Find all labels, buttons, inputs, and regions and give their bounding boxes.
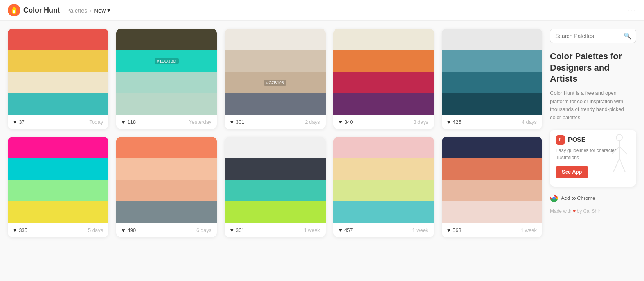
color-swatch <box>442 50 542 72</box>
like-area[interactable]: ♥490 <box>122 227 136 233</box>
color-swatch <box>442 137 542 158</box>
search-bar[interactable]: 🔍 <box>550 29 636 43</box>
like-area[interactable]: ♥563 <box>447 227 461 233</box>
color-swatch <box>8 137 108 158</box>
time-label: 4 days <box>522 119 537 125</box>
palette-colors: #1DD3BD <box>116 29 217 115</box>
like-count: 425 <box>453 119 461 125</box>
nav-current-label: New <box>94 7 106 14</box>
like-area[interactable]: ♥361 <box>230 227 244 233</box>
see-app-button[interactable]: See App <box>556 166 588 178</box>
svg-line-5 <box>613 158 619 172</box>
time-label: 5 days <box>88 227 103 233</box>
svg-line-6 <box>619 158 625 172</box>
nav-current-dropdown[interactable]: New ▾ <box>94 7 110 14</box>
like-count: 301 <box>236 119 245 125</box>
like-area[interactable]: ♥301 <box>230 119 244 125</box>
chrome-icon <box>550 194 558 202</box>
color-swatch <box>225 158 325 180</box>
color-swatch <box>442 93 542 115</box>
color-swatch <box>333 180 434 201</box>
like-area[interactable]: ♥118 <box>122 119 136 125</box>
color-swatch <box>8 93 108 115</box>
like-count: 37 <box>19 119 24 125</box>
color-swatch <box>442 201 542 223</box>
palette-colors <box>116 137 217 223</box>
like-count: 118 <box>128 119 136 125</box>
time-label: 1 week <box>304 227 320 233</box>
palette-card[interactable]: ♥4254 days <box>442 29 542 129</box>
main-layout: ♥37Today#1DD3BD♥118Yesterday#C7B198♥3012… <box>0 21 644 245</box>
time-label: 1 week <box>412 227 428 233</box>
palette-colors <box>442 29 542 115</box>
heart-icon: ♥ <box>13 227 16 233</box>
logo-area[interactable]: Color Hunt <box>8 4 60 16</box>
heart-icon: ♥ <box>447 227 450 233</box>
made-with: Made with ♥ by Gal Shir <box>550 208 636 214</box>
color-swatch <box>333 29 434 50</box>
search-input[interactable] <box>555 33 624 39</box>
time-label: 2 days <box>305 119 320 125</box>
hex-label: #C7B198 <box>264 80 286 86</box>
palette-card[interactable]: ♥3611 week <box>225 137 325 237</box>
palette-footer: ♥3012 days <box>225 115 325 129</box>
chrome-add-link[interactable]: Add to Chrome <box>561 195 595 201</box>
time-label: 1 week <box>521 227 537 233</box>
breadcrumb-chevron: › <box>90 7 92 14</box>
nav-breadcrumb: Palettes › New ▾ <box>66 7 110 14</box>
sidebar: 🔍 Color Palettes for Designers and Artis… <box>550 29 636 237</box>
like-area[interactable]: ♥37 <box>13 119 25 125</box>
like-area[interactable]: ♥457 <box>339 227 353 233</box>
color-swatch <box>333 158 434 180</box>
sidebar-description: Color Palettes for Designers and Artists… <box>550 51 636 122</box>
pose-logo-icon: P <box>556 135 565 145</box>
color-swatch <box>333 50 434 72</box>
palette-card[interactable]: #1DD3BD♥118Yesterday <box>116 29 217 129</box>
svg-line-4 <box>619 147 627 154</box>
like-area[interactable]: ♥425 <box>447 119 461 125</box>
palette-card[interactable]: ♥4906 days <box>116 137 217 237</box>
search-icon: 🔍 <box>624 32 631 40</box>
palette-card[interactable]: ♥4571 week <box>333 137 434 237</box>
color-swatch <box>8 201 108 223</box>
more-options-button[interactable]: ··· <box>627 6 636 15</box>
time-label: 6 days <box>196 227 211 233</box>
sidebar-title: Color Palettes for Designers and Artists <box>550 51 636 85</box>
color-swatch <box>333 201 434 223</box>
color-swatch <box>8 180 108 201</box>
palette-footer: ♥3355 days <box>8 223 108 237</box>
palette-footer: ♥4571 week <box>333 223 434 237</box>
logo-text: Color Hunt <box>23 6 60 15</box>
dropdown-arrow-icon: ▾ <box>107 7 110 14</box>
color-swatch <box>116 93 217 115</box>
like-area[interactable]: ♥335 <box>13 227 27 233</box>
color-swatch <box>8 158 108 180</box>
heart-icon: ♥ <box>13 119 16 125</box>
palette-colors <box>333 29 434 115</box>
palette-card[interactable]: ♥37Today <box>8 29 108 129</box>
like-count: 563 <box>453 227 461 233</box>
palette-footer: ♥3403 days <box>333 115 434 129</box>
palettes-grid: ♥37Today#1DD3BD♥118Yesterday#C7B198♥3012… <box>8 29 542 237</box>
palette-card[interactable]: ♥5631 week <box>442 137 542 237</box>
color-swatch <box>225 50 325 72</box>
palette-card[interactable]: #C7B198♥3012 days <box>225 29 325 129</box>
svg-point-1 <box>616 134 622 141</box>
time-label: 3 days <box>413 119 428 125</box>
color-swatch <box>442 158 542 180</box>
palette-footer: ♥3611 week <box>225 223 325 237</box>
color-swatch: #1DD3BD <box>116 50 217 72</box>
heart-icon: ♥ <box>573 208 576 214</box>
heart-icon: ♥ <box>122 227 125 233</box>
color-swatch <box>116 29 217 50</box>
palette-card[interactable]: ♥3355 days <box>8 137 108 237</box>
nav-palettes-link[interactable]: Palettes <box>66 7 87 14</box>
like-count: 490 <box>128 227 136 233</box>
header-right: ··· <box>627 6 636 15</box>
color-swatch <box>333 93 434 115</box>
color-swatch <box>333 72 434 93</box>
chrome-extension[interactable]: Add to Chrome <box>550 194 636 202</box>
palette-card[interactable]: ♥3403 days <box>333 29 434 129</box>
like-area[interactable]: ♥340 <box>339 119 353 125</box>
color-swatch <box>225 180 325 201</box>
